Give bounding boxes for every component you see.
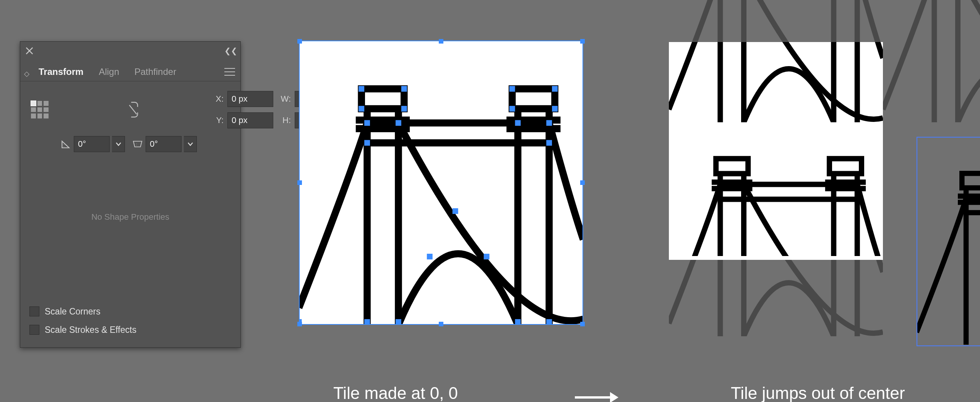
rotate-icon: : bbox=[29, 139, 74, 149]
svg-rect-21 bbox=[552, 106, 558, 112]
scale-corners-label: Scale Corners bbox=[45, 306, 101, 317]
shear-dropdown[interactable] bbox=[184, 136, 197, 152]
x-input[interactable]: 0 px bbox=[227, 91, 273, 107]
tab-transform[interactable]: Transform bbox=[31, 63, 91, 81]
x-label: X: bbox=[210, 94, 227, 104]
scale-strokes-label: Scale Strokes & Effects bbox=[45, 325, 136, 335]
panel-body: X: 0 px W: 44 px Y: 0 px H: 44 px bbox=[20, 81, 240, 279]
svg-rect-28 bbox=[453, 208, 458, 214]
tab-pathfinder[interactable]: Pathfinder bbox=[127, 63, 184, 81]
svg-rect-17 bbox=[401, 106, 407, 112]
tab-cycle-icon[interactable]: ◇ bbox=[24, 70, 31, 81]
svg-text::: : bbox=[63, 143, 65, 148]
rotate-input[interactable]: 0° bbox=[74, 136, 110, 152]
svg-rect-18 bbox=[509, 86, 515, 92]
svg-rect-26 bbox=[364, 140, 370, 146]
svg-rect-15 bbox=[401, 86, 407, 92]
pattern-ghost-2 bbox=[883, 0, 980, 122]
shear-input[interactable]: 0° bbox=[146, 136, 182, 152]
collapse-icon[interactable]: ❮❮ bbox=[224, 46, 235, 55]
reference-point-selector[interactable] bbox=[29, 99, 50, 120]
svg-rect-25 bbox=[546, 120, 552, 126]
panel-tabs: ◇ Transform Align Pathfinder bbox=[20, 60, 240, 81]
svg-rect-31 bbox=[515, 319, 521, 325]
svg-rect-14 bbox=[359, 86, 364, 92]
pattern-tile-main bbox=[669, 122, 883, 336]
y-label: Y: bbox=[210, 115, 227, 125]
constrain-proportions-icon[interactable] bbox=[56, 100, 210, 119]
transform-panel: ❮❮ ◇ Transform Align Pathfinder X: 0 px … bbox=[20, 41, 241, 348]
caption-right: Tile jumps out of center bbox=[731, 384, 905, 402]
panel-footer: Scale Corners Scale Strokes & Effects bbox=[20, 302, 240, 347]
no-shape-properties-label: No Shape Properties bbox=[29, 155, 231, 279]
svg-rect-32 bbox=[546, 319, 552, 325]
svg-text::: : bbox=[136, 143, 137, 146]
scale-corners-checkbox[interactable] bbox=[29, 306, 39, 316]
svg-rect-22 bbox=[364, 120, 370, 126]
pattern-tile-top bbox=[669, 0, 883, 122]
h-label: H: bbox=[277, 115, 295, 125]
svg-rect-23 bbox=[396, 120, 401, 126]
tab-align[interactable]: Align bbox=[91, 63, 127, 81]
panel-menu-icon[interactable] bbox=[224, 68, 235, 76]
svg-rect-27 bbox=[546, 140, 552, 146]
w-label: W: bbox=[277, 94, 295, 104]
arrow-icon bbox=[573, 390, 619, 402]
svg-rect-19 bbox=[552, 86, 558, 92]
svg-rect-24 bbox=[515, 120, 521, 126]
svg-rect-16 bbox=[359, 106, 364, 112]
anchor-points-overlay bbox=[299, 41, 583, 325]
svg-rect-35 bbox=[484, 254, 490, 259]
caption-left: Tile made at 0, 0 bbox=[333, 384, 458, 402]
rotate-dropdown[interactable] bbox=[112, 136, 125, 152]
svg-rect-34 bbox=[427, 254, 433, 259]
y-input[interactable]: 0 px bbox=[227, 112, 273, 128]
bridge-artwork-selected[interactable] bbox=[917, 137, 980, 346]
scale-strokes-checkbox[interactable] bbox=[29, 325, 39, 335]
close-icon[interactable] bbox=[26, 47, 33, 55]
svg-rect-29 bbox=[364, 319, 370, 325]
svg-rect-20 bbox=[509, 106, 515, 112]
panel-titlebar: ❮❮ bbox=[20, 42, 240, 60]
svg-rect-33 bbox=[299, 319, 302, 325]
shear-icon: : bbox=[127, 139, 146, 149]
svg-rect-30 bbox=[396, 319, 401, 325]
